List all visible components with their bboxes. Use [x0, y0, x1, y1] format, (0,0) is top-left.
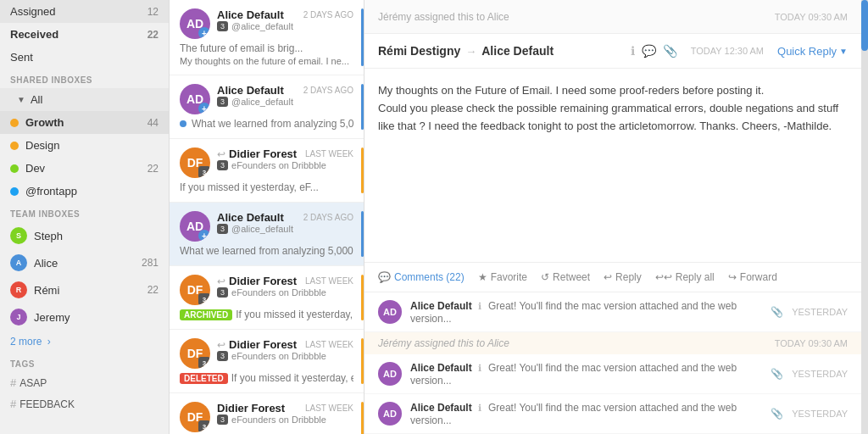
list-item[interactable]: DF 3 ↩ Didier Forest LAST WEEK 3 eFounde…	[170, 330, 364, 393]
info-icon: ℹ	[478, 301, 481, 311]
email-body: My thoughts on the Future of Email. I ne…	[364, 69, 861, 262]
avatar: AD	[378, 402, 402, 426]
list-item[interactable]: DF 3 ↩ Didier Forest LAST WEEK 3 eFounde…	[170, 139, 364, 203]
sidebar-item-design[interactable]: Design	[0, 134, 169, 157]
retweet-button[interactable]: ↺ Retweet	[541, 271, 590, 283]
comment-icon: 💬	[378, 271, 391, 283]
reply-icon: ↩	[604, 271, 612, 283]
priority-bar	[361, 275, 364, 320]
source-badge: 3	[198, 420, 210, 432]
team-inboxes-section-header: TEAM INBOXES	[0, 203, 169, 222]
deleted-badge: DELETED	[180, 373, 228, 384]
remi-avatar: R	[10, 281, 27, 298]
sidebar-item-all[interactable]: ▼ All	[0, 88, 169, 111]
avatar: DF 3	[180, 402, 210, 432]
jeremy-avatar: J	[10, 309, 27, 326]
chevron-right-icon: ›	[47, 336, 51, 348]
priority-bar	[361, 147, 364, 193]
shared-inboxes-section-header: SHARED INBOXES	[0, 69, 169, 88]
badge-icon: 3	[217, 160, 228, 170]
sidebar-item-sent[interactable]: Sent	[0, 46, 169, 69]
avatar: AD +	[180, 84, 210, 114]
plus-badge: +	[198, 103, 210, 114]
reply-all-button[interactable]: ↩↩ Reply all	[655, 271, 715, 283]
sidebar-item-received[interactable]: Received 22	[0, 23, 169, 46]
comment-item: AD Alice Default ℹ Great! You'll find th…	[364, 394, 861, 434]
growth-dot	[10, 119, 19, 127]
quick-reply-button[interactable]: Quick Reply ▼	[777, 45, 848, 58]
assigned-notice-text: Jérémy assigned this to Alice	[378, 11, 775, 23]
reply-all-icon: ↩↩	[655, 271, 672, 283]
badge-icon: 3	[217, 351, 228, 361]
list-item[interactable]: DF 3 Didier Forest LAST WEEK 3 eFounders…	[170, 393, 364, 434]
forward-button[interactable]: ↪ Forward	[728, 271, 777, 283]
sidebar-item-alice[interactable]: A Alice 281	[0, 249, 169, 276]
comment-item: AD Alice Default ℹ Great! You'll find th…	[364, 292, 861, 332]
avatar: AD	[378, 300, 402, 324]
badge-icon: 3	[217, 21, 228, 31]
sender-name: Rémi Destigny	[378, 44, 460, 58]
sidebar-item-steph[interactable]: S Steph	[0, 222, 169, 249]
reply-arrow-icon: ↩	[217, 275, 225, 287]
badge-icon: 3	[217, 287, 228, 298]
assigned-time: TODAY 09:30 AM	[775, 12, 848, 22]
retweet-icon: ↺	[541, 271, 549, 283]
favorite-button[interactable]: ★ Favorite	[478, 271, 527, 283]
comment-item: AD Alice Default ℹ Great! You'll find th…	[364, 354, 861, 394]
hash-icon: #	[10, 376, 16, 389]
priority-bar	[361, 211, 364, 257]
chat-icon[interactable]: 💬	[642, 44, 656, 58]
list-item[interactable]: AD + Alice Default 2 DAYS AGO 3 @alice_d…	[170, 203, 364, 266]
sidebar-item-jeremy[interactable]: J Jeremy	[0, 303, 169, 331]
source-badge: 3	[198, 166, 210, 178]
paperclip-icon: 📎	[771, 306, 783, 318]
steph-avatar: S	[10, 227, 27, 244]
alice-avatar: A	[10, 254, 27, 271]
list-item[interactable]: AD + Alice Default 2 DAYS AGO 3 @alice_d…	[170, 0, 364, 75]
info-icon: ℹ	[478, 403, 481, 413]
tag-asap[interactable]: # ASAP	[0, 372, 169, 393]
sidebar-item-dev[interactable]: Dev 22	[0, 157, 169, 180]
sidebar-item-remi[interactable]: R Rémi 22	[0, 276, 169, 303]
archived-badge: ARCHIVED	[180, 309, 232, 320]
plus-badge: +	[198, 27, 210, 39]
comments-button[interactable]: 💬 Comments (22)	[378, 271, 465, 283]
reply-arrow-icon: ↩	[217, 339, 225, 351]
scroll-thumb[interactable]	[861, 0, 868, 51]
reply-button[interactable]: ↩ Reply	[604, 271, 642, 283]
forward-icon: ↪	[728, 271, 737, 283]
avatar: AD	[378, 362, 402, 386]
sidebar-item-assigned[interactable]: Assigned 12	[0, 0, 169, 23]
priority-bar	[361, 84, 364, 130]
list-item[interactable]: DF 3 ↩ Didier Forest LAST WEEK 3 eFounde…	[170, 266, 364, 330]
scrollbar[interactable]	[861, 0, 868, 434]
chevron-down-icon: ▼	[839, 47, 848, 56]
avatar: AD +	[180, 211, 210, 242]
tags-section-header: TAGS	[0, 353, 169, 372]
list-item[interactable]: AD + Alice Default 2 DAYS AGO 3 @alice_d…	[170, 75, 364, 139]
sidebar-item-frontapp[interactable]: @frontapp	[0, 180, 169, 203]
paperclip-icon: 📎	[771, 368, 783, 380]
dev-dot	[10, 164, 19, 173]
email-time: TODAY 12:30 AM	[691, 46, 764, 56]
source-badge: 3	[198, 293, 210, 305]
priority-bar	[361, 8, 364, 66]
twitter-dot	[10, 187, 19, 196]
badge-icon: 3	[217, 97, 228, 107]
hash-icon: #	[10, 398, 16, 410]
tag-feedback[interactable]: # FEEDBACK	[0, 393, 169, 415]
info-icon[interactable]: ℹ	[631, 44, 635, 58]
two-more-link[interactable]: 2 more ›	[0, 331, 169, 353]
sidebar-item-growth[interactable]: Growth 44	[0, 111, 169, 134]
design-dot	[10, 142, 19, 150]
priority-bar	[361, 402, 364, 434]
assign-notice-row: Jérémy assigned this to Alice TODAY 09:3…	[364, 332, 861, 354]
reply-arrow-icon: ↩	[217, 148, 225, 160]
info-icon: ℹ	[478, 363, 481, 373]
badge-icon: 3	[217, 415, 228, 425]
paperclip-icon[interactable]: 📎	[663, 44, 677, 58]
unread-dot	[180, 120, 186, 127]
chevron-down-icon: ▼	[17, 95, 25, 104]
avatar: DF 3	[180, 147, 210, 178]
paperclip-icon: 📎	[771, 408, 783, 420]
